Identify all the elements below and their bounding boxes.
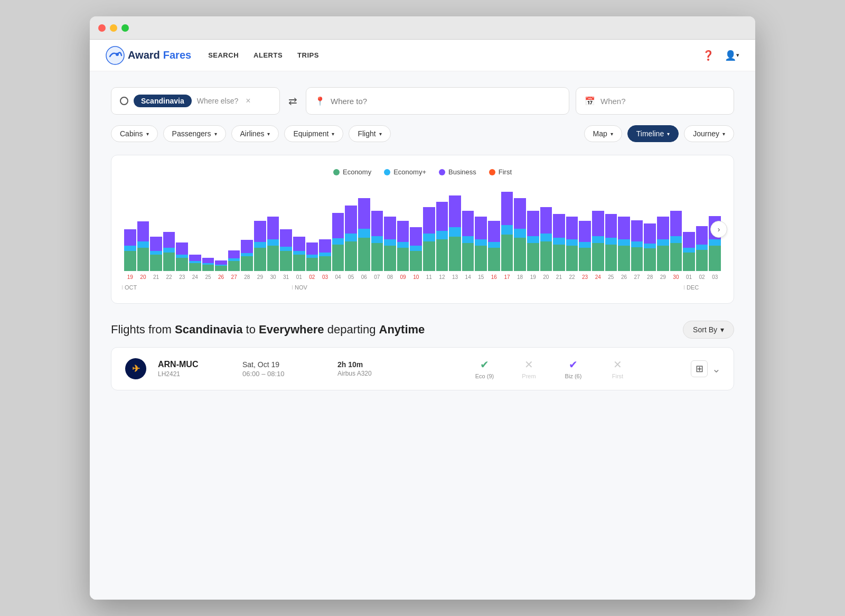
filter-journey[interactable]: Journey ▾: [684, 125, 734, 142]
results-title: Flights from Scandinavia to Everywhere d…: [111, 323, 425, 337]
bar-group-26[interactable]: [462, 211, 474, 271]
filter-timeline[interactable]: Timeline ▾: [627, 125, 679, 142]
eco-check-icon: ✔: [480, 358, 489, 371]
bar-group-31[interactable]: [527, 211, 539, 271]
bar-group-41[interactable]: [657, 217, 669, 271]
bar-group-24[interactable]: [436, 202, 448, 271]
bar-group-9[interactable]: [241, 240, 253, 271]
passengers-label: Passengers: [172, 129, 211, 138]
swap-button[interactable]: ⇄: [286, 92, 299, 109]
bar-group-37[interactable]: [605, 214, 617, 271]
bar-group-6[interactable]: [202, 258, 214, 271]
sort-by-button[interactable]: Sort By ▾: [683, 321, 734, 339]
biz-check-icon: ✔: [569, 358, 578, 371]
close-button[interactable]: [98, 24, 106, 32]
bar-group-33[interactable]: [553, 214, 565, 271]
bar-group-1[interactable]: [137, 221, 149, 271]
bar-group-11[interactable]: [267, 217, 279, 271]
nav-right: ❓ 👤 ▾: [702, 50, 739, 61]
flight-time: 06:00 – 08:10: [242, 370, 327, 378]
sort-chevron-icon: ▾: [720, 325, 724, 334]
chevron-down-icon: ⌄: [712, 363, 721, 375]
minimize-button[interactable]: [110, 24, 117, 32]
bar-group-17[interactable]: [345, 206, 357, 271]
bar-group-13[interactable]: [293, 236, 305, 271]
month-line-nov: [292, 285, 293, 290]
bar-group-10[interactable]: [254, 221, 266, 271]
bar-group-16[interactable]: [332, 213, 344, 271]
bar-group-29[interactable]: [501, 192, 513, 271]
filter-section: Cabins ▾ Passengers ▾ Airlines ▾ Equipme…: [111, 125, 734, 142]
bar-group-23[interactable]: [423, 207, 435, 271]
bar-group-14[interactable]: [306, 242, 318, 271]
flight-expand-chevron[interactable]: ⌄: [712, 362, 721, 375]
bar-group-8[interactable]: [228, 250, 240, 271]
bar-group-39[interactable]: [631, 220, 643, 271]
cabin-first: ✕ First: [602, 358, 634, 379]
chart-container: Economy Economy+ Business First 19202122…: [111, 155, 734, 304]
bar-group-15[interactable]: [319, 239, 331, 271]
month-dec-label: DEC: [687, 284, 699, 291]
bar-group-4[interactable]: [176, 242, 188, 271]
bar-group-42[interactable]: [670, 211, 682, 271]
bar-group-0[interactable]: [124, 229, 136, 271]
chart-dates-row: 1920212223242526272829303101020304050607…: [122, 271, 723, 280]
bar-group-25[interactable]: [449, 195, 461, 271]
logo[interactable]: AwardFares: [106, 46, 191, 65]
search-to-field[interactable]: 📍: [306, 87, 569, 115]
bar-group-12[interactable]: [280, 229, 292, 271]
filter-equipment[interactable]: Equipment ▾: [284, 125, 343, 142]
chart-next-button[interactable]: ›: [710, 221, 727, 238]
bar-group-36[interactable]: [592, 211, 604, 271]
lufthansa-logo: ✈: [125, 358, 146, 379]
nav-trips[interactable]: TRIPS: [297, 51, 319, 59]
bar-group-20[interactable]: [384, 217, 396, 271]
when-text: When?: [600, 97, 626, 106]
user-menu-button[interactable]: 👤 ▾: [725, 50, 739, 61]
search-to-input[interactable]: [331, 97, 560, 106]
from-badge[interactable]: Scandinavia: [134, 95, 192, 107]
bar-group-30[interactable]: [514, 198, 526, 271]
swap-icon: ⇄: [288, 95, 297, 107]
bar-group-2[interactable]: [150, 236, 162, 271]
filter-airlines[interactable]: Airlines ▾: [231, 125, 279, 142]
date-label-17: 05: [345, 274, 357, 280]
search-from-field[interactable]: Scandinavia Where else? ×: [111, 87, 280, 115]
filter-flight[interactable]: Flight ▾: [349, 125, 390, 142]
maximize-button[interactable]: [121, 24, 129, 32]
bar-group-38[interactable]: [618, 217, 630, 271]
bar-group-7[interactable]: [215, 260, 227, 271]
from-clear-icon[interactable]: ×: [246, 96, 250, 106]
bar-group-5[interactable]: [189, 255, 201, 271]
expand-button[interactable]: ⊞: [691, 360, 708, 377]
search-when-field[interactable]: 📅 When?: [576, 87, 734, 115]
title-suffix: departing: [327, 323, 379, 336]
help-button[interactable]: ❓: [702, 50, 714, 61]
bar-group-22[interactable]: [410, 227, 422, 271]
filter-cabins[interactable]: Cabins ▾: [111, 125, 158, 142]
date-label-6: 25: [202, 274, 214, 280]
nav-search[interactable]: SEARCH: [208, 51, 239, 59]
cabin-prem: ✕ Prem: [513, 358, 545, 379]
date-label-13: 01: [293, 274, 305, 280]
filter-map[interactable]: Map ▾: [584, 125, 622, 142]
bar-group-40[interactable]: [644, 223, 656, 271]
bar-group-3[interactable]: [163, 232, 175, 271]
flight-number: LH2421: [158, 370, 232, 378]
bar-group-43[interactable]: [683, 232, 695, 271]
bar-group-32[interactable]: [540, 207, 552, 271]
bar-group-27[interactable]: [475, 217, 487, 271]
results-header: Flights from Scandinavia to Everywhere d…: [111, 321, 734, 339]
nav-alerts[interactable]: ALERTS: [253, 51, 283, 59]
bar-group-19[interactable]: [371, 211, 383, 271]
filter-passengers[interactable]: Passengers ▾: [163, 125, 226, 142]
bar-group-34[interactable]: [566, 217, 578, 271]
bar-group-35[interactable]: [579, 221, 591, 271]
legend-business: Business: [439, 168, 476, 176]
bar-group-44[interactable]: [696, 226, 708, 271]
bar-group-18[interactable]: [358, 198, 370, 271]
calendar-icon: 📅: [585, 96, 595, 106]
date-label-27: 15: [475, 274, 487, 280]
bar-group-28[interactable]: [488, 221, 500, 271]
bar-group-21[interactable]: [397, 221, 409, 271]
